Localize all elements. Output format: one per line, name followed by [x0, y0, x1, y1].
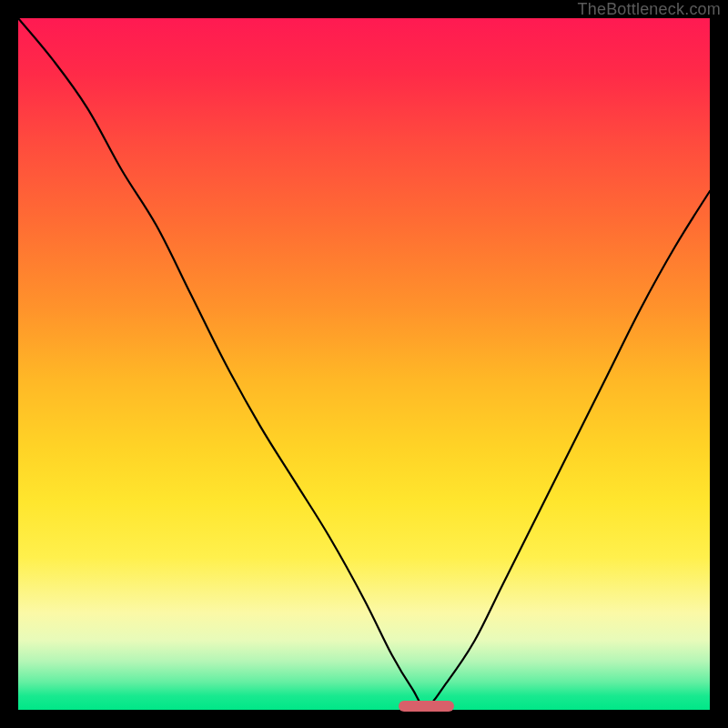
- optimal-marker: [399, 701, 454, 712]
- bottleneck-curve: [18, 18, 710, 710]
- curve-path: [18, 18, 710, 706]
- chart-frame: TheBottleneck.com: [0, 0, 728, 728]
- watermark-text: TheBottleneck.com: [578, 0, 721, 19]
- chart-plot-area: [18, 18, 710, 710]
